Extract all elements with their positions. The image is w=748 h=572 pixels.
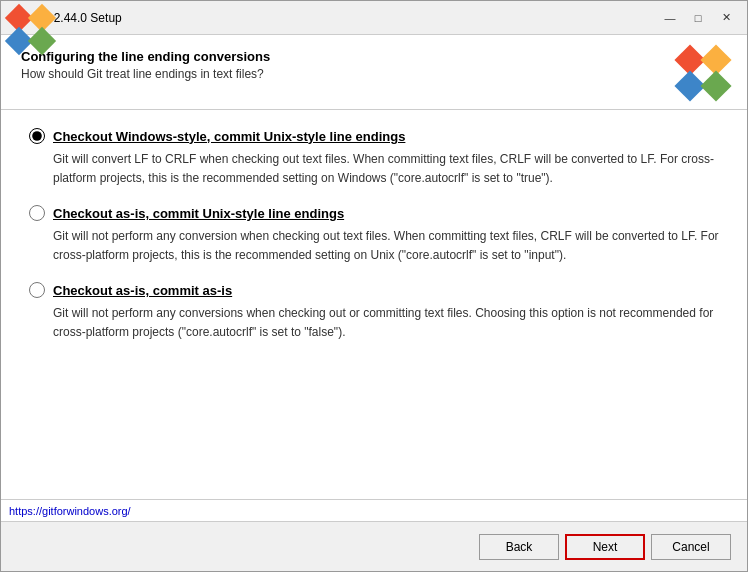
status-bar: https://gitforwindows.org/: [1, 499, 747, 521]
option-2-radio[interactable]: [29, 205, 45, 221]
window-title: Git 2.44.0 Setup: [35, 11, 657, 25]
content-area: Checkout Windows-style, commit Unix-styl…: [1, 110, 747, 499]
header-section: Configuring the line ending conversions …: [1, 35, 747, 110]
option-1-radio[interactable]: [29, 128, 45, 144]
title-bar: Git 2.44.0 Setup — □ ✕: [1, 1, 747, 35]
option-group-3: Checkout as-is, commit as-is Git will no…: [29, 282, 719, 341]
status-link: https://gitforwindows.org/: [9, 505, 131, 517]
option-1-title: Checkout Windows-style, commit Unix-styl…: [53, 129, 405, 144]
option-group-1: Checkout Windows-style, commit Unix-styl…: [29, 128, 719, 187]
header-title: Configuring the line ending conversions: [21, 49, 679, 64]
footer: Back Next Cancel: [1, 521, 747, 571]
close-button[interactable]: ✕: [713, 7, 739, 29]
option-3-radio[interactable]: [29, 282, 45, 298]
option-2-desc: Git will not perform any conversion when…: [53, 227, 719, 264]
window-controls: — □ ✕: [657, 7, 739, 29]
option-1-desc: Git will convert LF to CRLF when checkin…: [53, 150, 719, 187]
maximize-button[interactable]: □: [685, 7, 711, 29]
back-button[interactable]: Back: [479, 534, 559, 560]
cancel-button[interactable]: Cancel: [651, 534, 731, 560]
next-button[interactable]: Next: [565, 534, 645, 560]
option-group-2: Checkout as-is, commit Unix-style line e…: [29, 205, 719, 264]
header-text: Configuring the line ending conversions …: [21, 49, 679, 81]
setup-window: Git 2.44.0 Setup — □ ✕ Configuring the l…: [0, 0, 748, 572]
option-2-title: Checkout as-is, commit Unix-style line e…: [53, 206, 344, 221]
header-logo: [679, 49, 727, 97]
option-2-label[interactable]: Checkout as-is, commit Unix-style line e…: [29, 205, 719, 221]
option-3-label[interactable]: Checkout as-is, commit as-is: [29, 282, 719, 298]
option-1-label[interactable]: Checkout Windows-style, commit Unix-styl…: [29, 128, 719, 144]
minimize-button[interactable]: —: [657, 7, 683, 29]
option-3-title: Checkout as-is, commit as-is: [53, 283, 232, 298]
option-3-desc: Git will not perform any conversions whe…: [53, 304, 719, 341]
app-icon: [9, 8, 29, 28]
header-subtitle: How should Git treat line endings in tex…: [21, 67, 679, 81]
